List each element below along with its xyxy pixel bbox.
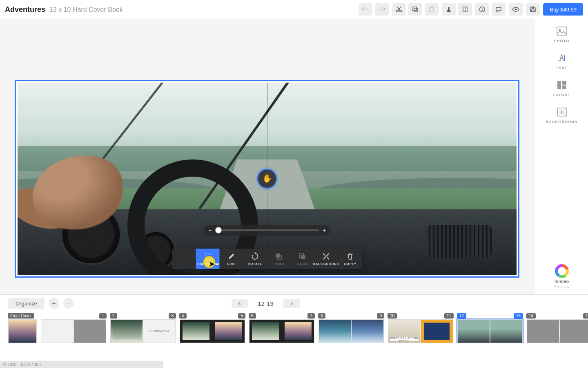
thumb-spread-4-5[interactable]: 4 5 <box>180 314 245 343</box>
rail-background-label: BACKGROUND <box>546 120 578 124</box>
thumb-caption: FIRST DAY AT THE BEACH <box>388 337 420 342</box>
svg-rect-10 <box>532 10 535 11</box>
back-label: BACK <box>297 262 308 266</box>
topbar: Adventures 13 x 10 Hard Cover Book <box>0 0 588 19</box>
filmstrip: Organize ＋ − 12-13 Front Cover 1 2 3 <box>0 294 588 368</box>
zoom-track[interactable] <box>215 229 319 231</box>
rail-layout[interactable]: LAYOUT <box>553 81 570 97</box>
project-title: Adventures <box>5 5 45 14</box>
rotate-label: ROTATE <box>248 262 262 266</box>
page-badge: 15 <box>583 313 588 319</box>
hand-icon: ✋ <box>262 173 272 183</box>
cut-button[interactable] <box>392 3 406 16</box>
zoom-slider[interactable]: − + <box>204 225 330 236</box>
next-spread-button[interactable] <box>283 299 300 308</box>
empty-button[interactable]: EMPTY <box>339 249 362 269</box>
front-label: FRONT <box>272 262 285 266</box>
svg-rect-19 <box>562 81 566 85</box>
save-button[interactable] <box>526 3 540 16</box>
rail-background[interactable]: BACKGROUND <box>546 108 578 124</box>
stamp-button[interactable] <box>442 3 456 16</box>
info-button[interactable] <box>475 3 489 16</box>
thumb-spread-10-11[interactable]: 10 11 FIRST DAY AT THE BEACH <box>388 314 453 343</box>
page-badge: 12 <box>457 313 466 319</box>
page-badge: 1 <box>99 313 107 319</box>
book-button[interactable] <box>458 3 472 16</box>
svg-rect-18 <box>557 81 561 89</box>
zoom-thumb[interactable] <box>216 227 221 233</box>
rail-photo-label: PHOTO <box>554 39 570 43</box>
thumb-label: Front Cover <box>8 313 34 319</box>
thumb-caption: LANDSCAPES <box>143 330 175 332</box>
add-page-button[interactable]: ＋ <box>49 298 59 309</box>
svg-rect-16 <box>557 27 567 35</box>
page-badge: 7 <box>307 313 315 319</box>
thumb-spread-12-13[interactable]: 12 13 <box>457 314 523 343</box>
edit-tool-button[interactable]: EDIT <box>220 249 243 269</box>
thumbnail-row[interactable]: Front Cover 1 2 3 LANDSCAPES 4 5 <box>0 310 588 343</box>
rail-text[interactable]: TEXT <box>556 54 568 70</box>
svg-point-1 <box>400 10 402 12</box>
empty-label: EMPTY <box>344 262 356 266</box>
page-spread[interactable]: ✋ − + ✋ TRANSFORM ➤ <box>15 80 519 278</box>
edit-label: EDIT <box>227 262 236 266</box>
thumb-front-cover[interactable]: Front Cover <box>8 314 37 343</box>
rail-layout-label: LAYOUT <box>553 93 570 97</box>
thumb-spread-6-7[interactable]: 6 7 <box>249 314 314 343</box>
zoom-out-icon[interactable]: − <box>208 227 212 233</box>
undo-button[interactable] <box>359 3 372 16</box>
page-badge: 6 <box>249 313 256 319</box>
page-badge: 4 <box>179 313 187 319</box>
set-background-button[interactable]: BACKGROUND <box>314 249 338 269</box>
svg-rect-14 <box>301 255 305 259</box>
buy-button[interactable]: Buy $49.99 <box>543 3 583 16</box>
right-rail: PHOTO TEXT LAYOUT BACKGROUND mimeo Photo… <box>535 19 588 294</box>
prev-spread-button[interactable] <box>232 299 248 308</box>
thumb-spread-14-15[interactable]: 14 15 <box>527 314 588 343</box>
grab-handle[interactable]: ✋ <box>257 169 277 188</box>
pan-tool-button[interactable]: ✋ <box>172 249 196 269</box>
organize-button[interactable]: Organize <box>8 298 45 309</box>
zoom-in-icon[interactable]: + <box>322 227 326 233</box>
brand-logo: mimeo Photos <box>553 264 570 289</box>
canvas-area[interactable]: ✋ − + ✋ TRANSFORM ➤ <box>0 19 535 294</box>
page-badge: 11 <box>444 313 454 319</box>
svg-rect-5 <box>431 7 432 8</box>
cursor-icon: ➤ <box>209 260 215 268</box>
brand-name: mimeo <box>555 279 569 284</box>
svg-point-17 <box>559 29 561 31</box>
page-badge: 9 <box>377 313 384 319</box>
thumb-spread-2-3[interactable]: 2 3 LANDSCAPES <box>110 314 176 343</box>
page-badge: 2 <box>110 313 117 319</box>
thumb-spread-8-9[interactable]: 8 9 <box>318 314 384 343</box>
page-badge: 13 <box>514 313 523 319</box>
page-badge: 8 <box>318 313 325 319</box>
svg-rect-9 <box>532 7 534 9</box>
comment-button[interactable] <box>492 3 506 16</box>
page-badge: 5 <box>238 313 245 319</box>
background-label: BACKGROUND <box>313 262 339 266</box>
send-back-button[interactable]: BACK <box>291 249 314 269</box>
page-badge: 3 <box>169 313 176 319</box>
paste-button[interactable] <box>425 3 439 16</box>
svg-rect-12 <box>276 254 280 258</box>
svg-rect-20 <box>562 85 566 89</box>
svg-point-8 <box>515 9 517 11</box>
status-bar: © 2018 - 18.12.4.837 <box>0 361 163 368</box>
page-indicator: 12-13 <box>258 300 273 307</box>
redo-button[interactable] <box>375 3 389 16</box>
thumb-spread-1[interactable]: 1 <box>41 314 106 343</box>
photo-toolbar: ✋ TRANSFORM ➤ EDIT ROTATE <box>172 249 362 269</box>
rotate-tool-button[interactable]: ROTATE <box>243 249 267 269</box>
remove-page-button[interactable]: − <box>63 298 74 309</box>
transform-tool-button[interactable]: TRANSFORM ➤ <box>196 249 220 269</box>
bring-front-button[interactable]: FRONT <box>267 249 291 269</box>
rail-text-label: TEXT <box>556 66 568 70</box>
rail-photo[interactable]: PHOTO <box>554 27 570 43</box>
preview-button[interactable] <box>509 3 523 16</box>
copy-button[interactable] <box>408 3 422 16</box>
brand-mark-icon <box>555 264 569 278</box>
project-subtitle: 13 x 10 Hard Cover Book <box>49 6 123 13</box>
page-badge: 14 <box>526 313 536 319</box>
page-badge: 10 <box>388 313 397 319</box>
